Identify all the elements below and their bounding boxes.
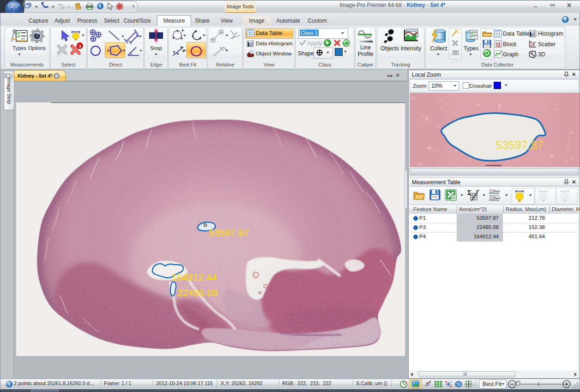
svg-text:Per1: Per1	[494, 190, 501, 193]
svg-text:Per2: Per2	[494, 197, 501, 199]
svg-text:?: ?	[8, 381, 11, 387]
svg-text:i: i	[100, 4, 101, 9]
svg-text:53597.87: 53597.87	[495, 139, 544, 151]
svg-text:22485.08: 22485.08	[177, 287, 218, 298]
svg-text:i: i	[251, 51, 252, 54]
svg-text:Apply: Apply	[307, 40, 322, 47]
svg-text:164912.44: 164912.44	[171, 272, 218, 283]
svg-text:3: 3	[79, 44, 81, 48]
svg-text:53597.87: 53597.87	[209, 227, 249, 238]
svg-text:?: ?	[564, 17, 567, 22]
